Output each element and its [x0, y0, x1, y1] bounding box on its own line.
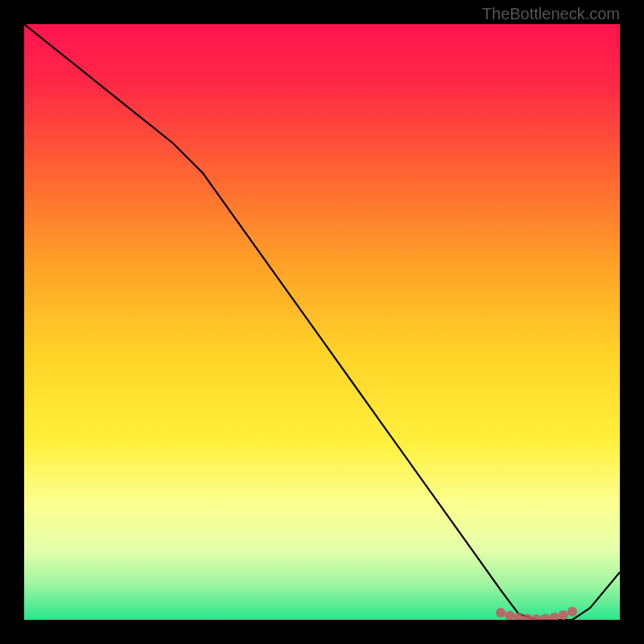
chart-svg	[24, 24, 620, 620]
chart-marker	[496, 608, 506, 617]
chart-marker	[568, 607, 577, 617]
chart-marker	[559, 610, 568, 620]
chart-background	[24, 24, 620, 620]
watermark-text: TheBottleneck.com	[482, 5, 620, 23]
chart-plot-area	[24, 24, 620, 620]
